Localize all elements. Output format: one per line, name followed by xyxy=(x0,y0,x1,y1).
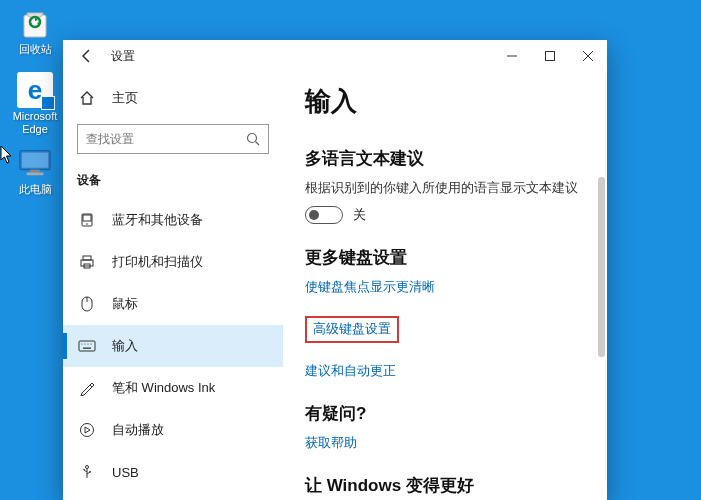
nav-item-pen[interactable]: 笔和 Windows Ink xyxy=(63,367,283,409)
nav-item-printers[interactable]: 打印机和扫描仪 xyxy=(63,241,283,283)
bluetooth-icon xyxy=(78,212,96,228)
usb-icon xyxy=(78,464,96,480)
svg-rect-19 xyxy=(79,341,95,351)
back-button[interactable] xyxy=(75,44,99,68)
svg-rect-14 xyxy=(81,260,93,266)
svg-rect-12 xyxy=(83,215,91,221)
search-icon xyxy=(246,132,260,146)
desktop-icon-label: Microsoft Edge xyxy=(5,110,65,136)
nav-item-autoplay[interactable]: 自动播放 xyxy=(63,409,283,451)
nav-label: 鼠标 xyxy=(112,295,138,313)
toggle-multilingual[interactable] xyxy=(305,206,343,224)
edge-icon xyxy=(17,72,53,108)
keyboard-icon xyxy=(78,340,96,352)
window-title: 设置 xyxy=(111,48,135,65)
svg-point-9 xyxy=(248,134,257,143)
mouse-cursor xyxy=(0,145,14,165)
nav-label: 笔和 Windows Ink xyxy=(112,379,215,397)
desktop-icon-label: 回收站 xyxy=(19,43,52,56)
maximize-button[interactable] xyxy=(531,40,569,72)
section-title-multilingual: 多语言文本建议 xyxy=(305,147,585,170)
home-label: 主页 xyxy=(112,89,138,107)
section-desc: 根据识别到的你键入所使用的语言显示文本建议 xyxy=(305,180,585,196)
svg-point-21 xyxy=(84,343,85,344)
scrollbar[interactable] xyxy=(596,72,607,500)
nav-list: 蓝牙和其他设备 打印机和扫描仪 鼠标 输入 笔和 Windows Ink xyxy=(63,199,283,500)
nav-label: 自动播放 xyxy=(112,421,164,439)
minimize-button[interactable] xyxy=(493,40,531,72)
link-keyboard-focus[interactable]: 使键盘焦点显示更清晰 xyxy=(305,279,585,296)
svg-rect-6 xyxy=(546,52,555,61)
link-get-help[interactable]: 获取帮助 xyxy=(305,435,585,452)
svg-point-13 xyxy=(86,223,88,225)
home-icon xyxy=(78,90,96,106)
recycle-bin-icon xyxy=(17,5,53,41)
svg-rect-4 xyxy=(26,172,43,175)
nav-label: 打印机和扫描仪 xyxy=(112,253,203,271)
nav-label: 输入 xyxy=(112,337,138,355)
svg-rect-3 xyxy=(30,170,39,173)
svg-rect-15 xyxy=(83,256,91,260)
svg-rect-29 xyxy=(89,471,91,473)
close-button[interactable] xyxy=(569,40,607,72)
svg-point-26 xyxy=(86,466,89,469)
settings-window: 设置 主页 设备 xyxy=(63,40,607,500)
svg-point-22 xyxy=(87,343,88,344)
pen-icon xyxy=(78,380,96,396)
mouse-icon xyxy=(78,296,96,312)
desktop-icon-recycle-bin[interactable]: 回收站 xyxy=(5,5,65,56)
svg-rect-24 xyxy=(83,348,91,349)
this-pc-icon xyxy=(17,145,53,181)
page-title: 输入 xyxy=(305,84,585,119)
nav-item-mouse[interactable]: 鼠标 xyxy=(63,283,283,325)
svg-line-10 xyxy=(256,142,260,146)
section-title-make-better: 让 Windows 变得更好 xyxy=(305,474,585,497)
svg-point-20 xyxy=(81,343,82,344)
autoplay-icon xyxy=(78,422,96,438)
home-button[interactable]: 主页 xyxy=(63,80,283,116)
content-pane: 输入 多语言文本建议 根据识别到的你键入所使用的语言显示文本建议 关 更多键盘设… xyxy=(283,72,607,500)
nav-item-usb[interactable]: USB xyxy=(63,451,283,493)
nav-label: USB xyxy=(112,465,139,480)
nav-item-typing[interactable]: 输入 xyxy=(63,325,283,367)
desktop-icon-label: 此电脑 xyxy=(19,183,52,196)
nav-label: 蓝牙和其他设备 xyxy=(112,211,203,229)
titlebar: 设置 xyxy=(63,40,607,72)
link-suggestions-autocorrect[interactable]: 建议和自动更正 xyxy=(305,363,585,380)
sidebar: 主页 设备 蓝牙和其他设备 打印机和扫描仪 xyxy=(63,72,283,500)
category-header: 设备 xyxy=(63,166,283,199)
nav-item-bluetooth[interactable]: 蓝牙和其他设备 xyxy=(63,199,283,241)
search-input[interactable] xyxy=(77,124,269,154)
link-advanced-keyboard[interactable]: 高级键盘设置 xyxy=(305,316,399,343)
svg-rect-2 xyxy=(22,153,49,168)
toggle-label: 关 xyxy=(353,206,366,224)
section-title-more-keyboard: 更多键盘设置 xyxy=(305,246,585,269)
desktop-icon-this-pc[interactable]: 此电脑 xyxy=(5,145,65,196)
svg-point-25 xyxy=(81,424,94,437)
svg-point-23 xyxy=(90,343,91,344)
section-title-questions: 有疑问? xyxy=(305,402,585,425)
printer-icon xyxy=(78,255,96,269)
scroll-thumb[interactable] xyxy=(598,177,605,357)
svg-point-28 xyxy=(83,469,85,471)
desktop-icon-edge[interactable]: Microsoft Edge xyxy=(5,72,65,136)
